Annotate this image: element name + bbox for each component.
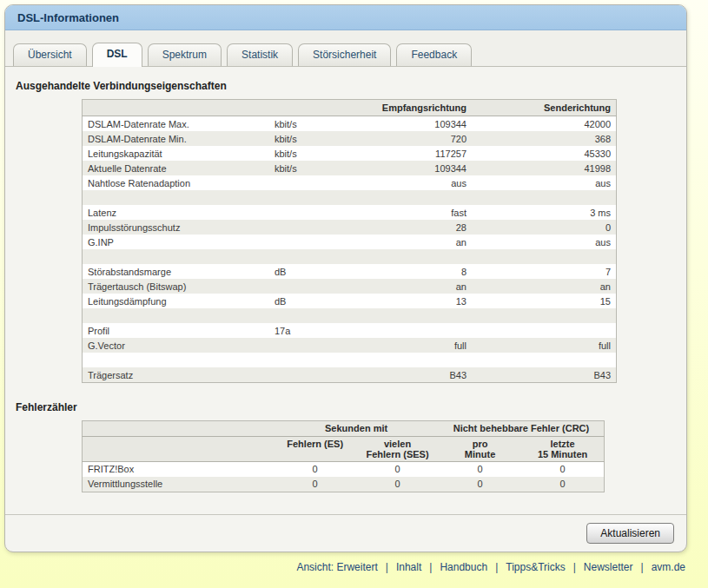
window-titlebar: DSL-Informationen [5,5,686,30]
header-per-minute: pro Minute [439,437,521,462]
footer-separator: | [573,561,576,573]
footer-link-tipps-tricks[interactable]: Tipps&Tricks [506,561,565,573]
table-header-row: Fehlern (ES) vielen Fehlern (SES) pro Mi… [83,437,605,462]
tab-strip: Übersicht DSL Spektrum Statistik Störsic… [5,30,686,67]
refresh-button[interactable]: Aktualisieren [586,523,674,544]
footer-separator: | [495,561,498,573]
section-title-connection-properties: Ausgehandelte Verbindungseigenschaften [16,80,676,92]
table-row: Aktuelle Datenratekbit/s10934441998 [83,161,617,175]
header-last-15-min: letzte 15 Minuten [521,437,604,462]
footer-link-handbuch[interactable]: Handbuch [440,561,487,573]
table-row: Latenzfast3 ms [83,205,617,220]
table-row: Nahtlose Ratenadaptionausaus [83,175,617,190]
table-row: DSLAM-Datenrate Max.kbit/s10934442000 [83,116,617,132]
table-row: LeitungsdämpfungdB1315 [83,294,617,308]
button-bar: Aktualisieren [5,514,686,552]
table-spacer-row [83,190,617,205]
footer-separator: | [641,561,644,573]
table-row: G.INPanaus [83,235,617,249]
tab-spektrum[interactable]: Spektrum [148,43,222,66]
header-upstream: Senderichtung [472,100,617,116]
table-row: G.Vectorfullfull [83,338,617,353]
header-es: Fehlern (ES) [274,437,356,462]
error-counter-table: Sekunden mit Nicht behebbare Fehler (CRC… [82,420,605,492]
table-row: Vermittlungsstelle0000 [83,477,605,492]
footer-separator: | [386,561,388,573]
footer-separator: | [429,561,432,573]
group-header-crc: Nicht behebbare Fehler (CRC) [439,421,605,437]
table-group-header-row: Sekunden mit Nicht behebbare Fehler (CRC… [83,421,605,437]
header-label [83,100,270,116]
tab-dsl[interactable]: DSL [92,43,142,67]
table-spacer-row [83,249,617,264]
footer-link-view-mode[interactable]: Ansicht: Erweitert [296,561,377,573]
dsl-info-panel: DSL-Informationen Übersicht DSL Spektrum… [4,4,687,552]
footer-link-inhalt[interactable]: Inhalt [396,561,421,573]
table-row: Impulsstörungsschutz280 [83,220,617,235]
table-row: TrägersatzB43B43 [83,367,617,383]
tab-content: Ausgehandelte Verbindungseigenschaften E… [5,67,686,492]
table-row: DSLAM-Datenrate Min.kbit/s720368 [83,131,617,146]
tab-uebersicht[interactable]: Übersicht [13,43,87,66]
page-title: DSL-Informationen [17,11,119,24]
tab-feedback[interactable]: Feedback [396,43,472,66]
footer-links: Ansicht: Erweitert|Inhalt|Handbuch|Tipps… [0,561,685,573]
table-row: FRITZ!Box0000 [83,462,605,478]
footer-link-newsletter[interactable]: Newsletter [584,561,633,573]
header-downstream: Empfangsrichtung [352,100,472,116]
group-header-seconds: Sekunden mit [274,421,439,437]
header-ses: vielen Fehlern (SES) [356,437,439,462]
header-unit [269,100,352,116]
table-spacer-row [83,353,617,367]
table-row: Profil17a [83,323,617,338]
table-row: Leitungskapazitätkbit/s11725745330 [83,146,617,161]
tab-statistik[interactable]: Statistik [227,43,293,66]
section-title-error-counters: Fehlerzähler [16,401,676,413]
connection-properties-table: Empfangsrichtung Senderichtung DSLAM-Dat… [82,99,617,383]
footer-link-avm-de[interactable]: avm.de [652,561,685,573]
tab-stoersicherheit[interactable]: Störsicherheit [298,43,391,66]
table-row: Trägertausch (Bitswap)anan [83,279,617,294]
table-header-row: Empfangsrichtung Senderichtung [83,100,617,116]
table-row: StörabstandsmargedB87 [83,264,617,279]
table-spacer-row [83,308,617,323]
